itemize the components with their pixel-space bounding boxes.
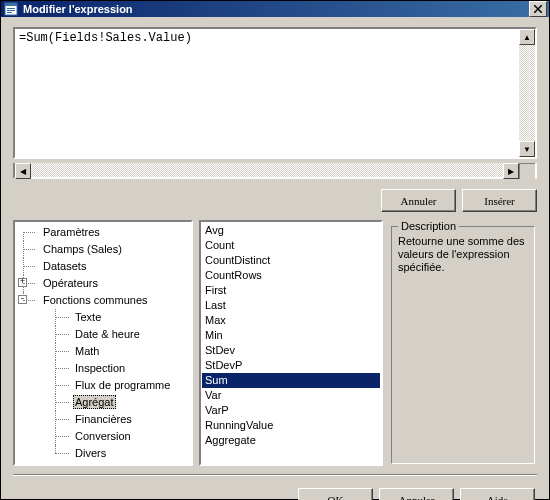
tree-item-label[interactable]: Financières: [73, 413, 134, 425]
ok-button[interactable]: OK: [298, 488, 373, 500]
scroll-right-icon[interactable]: ▶: [503, 163, 519, 179]
function-item[interactable]: First: [202, 283, 380, 298]
window-title: Modifier l'expression: [23, 3, 529, 15]
tree-item-label[interactable]: Paramètres: [41, 226, 102, 238]
function-item[interactable]: CountRows: [202, 268, 380, 283]
help-button[interactable]: Aide: [460, 488, 535, 500]
tree-item-label[interactable]: Divers: [73, 447, 108, 459]
cancel-button[interactable]: Annuler: [379, 488, 454, 500]
editor-button-row: Annuler Insérer: [13, 185, 537, 214]
app-icon: [3, 1, 19, 17]
scroll-up-icon[interactable]: ▲: [519, 29, 535, 45]
scroll-corner: [519, 163, 535, 179]
function-item[interactable]: Avg: [202, 223, 380, 238]
svg-rect-4: [7, 12, 12, 13]
function-item[interactable]: StDev: [202, 343, 380, 358]
function-item[interactable]: Min: [202, 328, 380, 343]
close-button[interactable]: [529, 1, 547, 17]
scroll-track[interactable]: [31, 163, 503, 177]
tree-item-label[interactable]: Champs (Sales): [41, 243, 124, 255]
tree-item[interactable]: Texte: [41, 309, 191, 326]
scroll-down-icon[interactable]: ▼: [519, 141, 535, 157]
tree-item-label[interactable]: Flux de programme: [73, 379, 172, 391]
cancel-button[interactable]: Annuler: [381, 189, 456, 212]
tree-item-label[interactable]: Datasets: [41, 260, 88, 272]
vertical-scrollbar[interactable]: ▲ ▼: [519, 29, 535, 157]
horizontal-scrollbar[interactable]: ◀ ▶: [13, 163, 537, 179]
tree-item-label[interactable]: Inspection: [73, 362, 127, 374]
expression-editor: ▲ ▼: [13, 27, 537, 159]
function-item[interactable]: VarP: [202, 403, 380, 418]
function-item[interactable]: Max: [202, 313, 380, 328]
svg-rect-1: [5, 3, 17, 6]
tree-item[interactable]: +Opérateurs: [15, 275, 191, 292]
dialog-content: ▲ ▼ ◀ ▶ Annuler Insérer ParamètresChamps…: [1, 17, 549, 500]
tree-item[interactable]: Agrégat: [41, 394, 191, 411]
separator: [13, 474, 537, 476]
tree-item[interactable]: Paramètres: [15, 224, 191, 241]
function-item[interactable]: StDevP: [202, 358, 380, 373]
tree-item-label[interactable]: Math: [73, 345, 101, 357]
function-list[interactable]: AvgCountCountDistinctCountRowsFirstLastM…: [199, 220, 383, 466]
tree-item-label[interactable]: Date & heure: [73, 328, 142, 340]
description-text: Retourne une somme des valeurs de l'expr…: [398, 235, 528, 274]
tree-item-label[interactable]: Agrégat: [73, 395, 116, 409]
tree-item-label[interactable]: Conversion: [73, 430, 133, 442]
description-group: Description Retourne une somme des valeu…: [391, 226, 535, 464]
tree-item-label[interactable]: Fonctions communes: [41, 294, 150, 306]
title-bar: Modifier l'expression: [1, 1, 549, 17]
tree-item[interactable]: Math: [41, 343, 191, 360]
tree-item[interactable]: -Fonctions communesTexteDate & heureMath…: [15, 292, 191, 462]
dialog-window: Modifier l'expression ▲ ▼ ◀ ▶ Annuler In…: [0, 0, 550, 500]
function-item[interactable]: RunningValue: [202, 418, 380, 433]
scroll-left-icon[interactable]: ◀: [15, 163, 31, 179]
description-legend: Description: [398, 220, 459, 232]
tree-item[interactable]: Inspection: [41, 360, 191, 377]
function-item[interactable]: Last: [202, 298, 380, 313]
function-item[interactable]: Count: [202, 238, 380, 253]
svg-rect-3: [7, 10, 15, 11]
tree-item[interactable]: Financières: [41, 411, 191, 428]
svg-rect-2: [7, 8, 15, 9]
tree-item[interactable]: Conversion: [41, 428, 191, 445]
tree-item-label[interactable]: Opérateurs: [41, 277, 100, 289]
expand-icon[interactable]: +: [18, 278, 27, 287]
tree-item[interactable]: Divers: [41, 445, 191, 462]
category-tree[interactable]: ParamètresChamps (Sales)Datasets+Opérate…: [13, 220, 193, 466]
collapse-icon[interactable]: -: [18, 295, 27, 304]
function-item[interactable]: Aggregate: [202, 433, 380, 448]
expression-input[interactable]: [15, 29, 519, 157]
function-item[interactable]: Var: [202, 388, 380, 403]
middle-panes: ParamètresChamps (Sales)Datasets+Opérate…: [13, 220, 537, 466]
function-item[interactable]: Sum: [202, 373, 380, 388]
tree-item[interactable]: Champs (Sales): [15, 241, 191, 258]
function-item[interactable]: CountDistinct: [202, 253, 380, 268]
tree-item[interactable]: Date & heure: [41, 326, 191, 343]
insert-button[interactable]: Insérer: [462, 189, 537, 212]
dialog-button-row: OK Annuler Aide: [13, 484, 537, 500]
tree-item[interactable]: Flux de programme: [41, 377, 191, 394]
tree-item-label[interactable]: Texte: [73, 311, 103, 323]
scroll-track[interactable]: [519, 45, 535, 141]
tree-item[interactable]: Datasets: [15, 258, 191, 275]
description-pane: Description Retourne une somme des valeu…: [389, 220, 537, 466]
